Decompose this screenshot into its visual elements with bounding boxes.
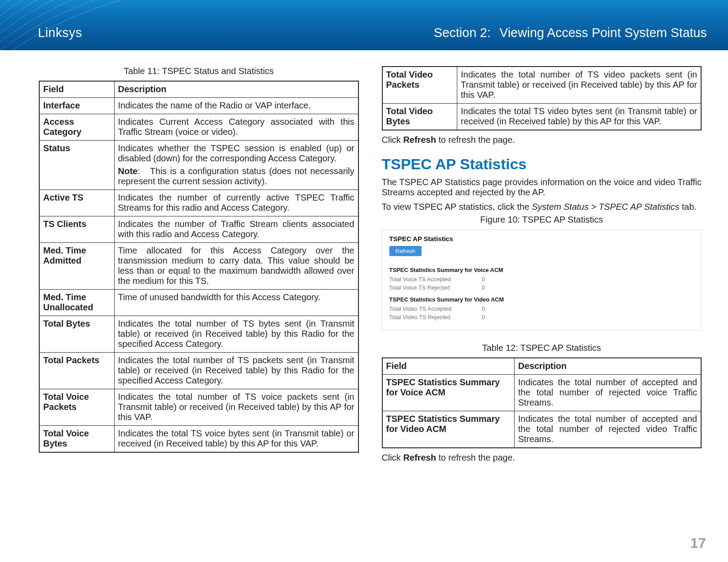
intro2-post: tab.	[679, 202, 697, 212]
refresh-bold: Refresh	[403, 135, 436, 145]
t11-field: Active TS	[39, 190, 114, 216]
t11-field: Med. Time Unallocated	[39, 290, 114, 316]
table12-head-field: Field	[382, 358, 515, 375]
t11-field: Total Packets	[39, 353, 114, 389]
t11-desc: Indicates the total number of TS voice p…	[114, 389, 358, 426]
t11-desc: Indicates the total number of TS bytes s…	[114, 316, 358, 353]
shot-val: 0	[482, 276, 485, 283]
t11c-desc: Indicates the total number of TS video p…	[457, 67, 702, 104]
table12-caption: Table 12: TSPEC AP Statistics	[382, 343, 702, 353]
t11-field: Status	[39, 141, 114, 190]
t11-desc: Indicates Current Access Category associ…	[114, 114, 358, 141]
t11-desc: Indicates the number of currently active…	[114, 190, 358, 216]
shot-val: 0	[482, 284, 485, 291]
refresh-instruction-1: Click Refresh to refresh the page.	[382, 135, 702, 145]
t11-field: Total Bytes	[39, 316, 114, 353]
right-column: Total Video Packets Indicates the total …	[382, 66, 702, 531]
t11-desc: Indicates the number of Traffic Stream c…	[114, 216, 358, 243]
t11-desc: Indicates the total number of TS packets…	[114, 353, 358, 389]
table11-caption: Table 11: TSPEC Status and Statistics	[39, 66, 359, 76]
shot-row: Total Video TS Rejected0	[389, 314, 694, 320]
refresh-post: to refresh the page.	[436, 135, 515, 145]
table11-continued: Total Video Packets Indicates the total …	[382, 66, 702, 130]
refresh-bold: Refresh	[403, 453, 436, 462]
t11-desc: Time allocated for this Access Category …	[114, 243, 358, 290]
shot-sub-video: TSPEC Statistics Summary for Video ACM	[389, 296, 694, 303]
table11-head-field: Field	[39, 81, 114, 98]
t11-desc: Indicates whether the TSPEC session is e…	[114, 141, 358, 190]
table-row: Med. Time Admitted Time allocated for th…	[39, 243, 358, 290]
t11c-field: Total Video Bytes	[382, 104, 457, 130]
shot-val: 0	[482, 305, 485, 312]
table11-head-desc: Description	[114, 81, 358, 98]
table-row: Total Packets Indicates the total number…	[39, 353, 358, 389]
shot-key: Total Video TS Rejected	[389, 314, 464, 320]
t11-desc-text: Indicates whether the TSPEC session is e…	[118, 143, 355, 163]
t12-desc: Indicates the total number of accepted a…	[515, 411, 702, 448]
shot-refresh-button: Refresh	[389, 246, 422, 256]
intro-paragraph-2: To view TSPEC AP statistics, click the S…	[382, 202, 702, 212]
table-row: Access Category Indicates Current Access…	[39, 114, 358, 141]
table-row: Active TS Indicates the number of curren…	[39, 190, 358, 216]
intro2-italic: System Status > TSPEC AP Statistics	[532, 202, 679, 212]
note-text: This is a configuration status (does not…	[118, 166, 355, 186]
table12-head-desc: Description	[515, 358, 702, 375]
refresh-pre: Click	[382, 135, 403, 145]
heading-tspec-ap-statistics: TSPEC AP Statistics	[382, 156, 702, 173]
shot-row: Total Voice TS Accepted0	[389, 276, 694, 283]
refresh-pre: Click	[382, 453, 403, 462]
left-column: Table 11: TSPEC Status and Statistics Fi…	[39, 66, 359, 531]
figure10-caption: Figure 10: TSPEC AP Statistics	[382, 215, 702, 225]
table-row: TSPEC Statistics Summary for Voice ACM I…	[382, 375, 702, 411]
shot-sub-voice: TSPEC Statistics Summary for Voice ACM	[389, 267, 694, 273]
table-row: Interface Indicates the name of the Radi…	[39, 98, 358, 114]
refresh-post: to refresh the page.	[436, 453, 515, 462]
table11: Field Description Interface Indicates th…	[39, 81, 359, 453]
note-label: Note	[118, 166, 138, 176]
shot-val: 0	[482, 314, 485, 320]
t12-desc: Indicates the total number of accepted a…	[515, 375, 702, 411]
table-row: Total Video Bytes Indicates the total TS…	[382, 104, 702, 130]
intro2-pre: To view TSPEC AP statistics, click the	[382, 202, 532, 212]
table-row: Total Bytes Indicates the total number o…	[39, 316, 358, 353]
shot-key: Total Voice TS Rejected	[389, 284, 464, 291]
shot-key: Total Video TS Accepted	[389, 305, 464, 312]
t11-field: Med. Time Admitted	[39, 243, 114, 290]
table-row: Total Voice Packets Indicates the total …	[39, 389, 358, 426]
section-text: Viewing Access Point System Status	[500, 26, 707, 40]
table-row: Med. Time Unallocated Time of unused ban…	[39, 290, 358, 316]
t12-field: TSPEC Statistics Summary for Voice ACM	[382, 375, 515, 411]
page-header: Linksys Section 2: Viewing Access Point …	[0, 0, 728, 50]
table-row: TSPEC Statistics Summary for Video ACM I…	[382, 411, 702, 448]
refresh-instruction-2: Click Refresh to refresh the page.	[382, 453, 702, 463]
intro-paragraph-1: The TSPEC AP Statistics page provides in…	[382, 177, 702, 197]
table-row: Status Indicates whether the TSPEC sessi…	[39, 141, 358, 190]
shot-key: Total Voice TS Accepted	[389, 276, 464, 283]
t11-field: Interface	[39, 98, 114, 114]
t11c-desc: Indicates the total TS video bytes sent …	[457, 104, 702, 130]
shot-row: Total Voice TS Rejected0	[389, 284, 694, 291]
table-row: Total Video Packets Indicates the total …	[382, 67, 702, 104]
t11c-field: Total Video Packets	[382, 67, 457, 104]
header-decoration	[0, 0, 728, 50]
header-section-title: Section 2: Viewing Access Point System S…	[434, 26, 707, 40]
t11-desc: Indicates the total TS voice bytes sent …	[114, 426, 358, 453]
brand-logo-text: Linksys	[38, 26, 82, 40]
table-row: Total Voice Bytes Indicates the total TS…	[39, 426, 358, 453]
content-columns: Table 11: TSPEC Status and Statistics Fi…	[39, 66, 702, 531]
t11-field: Total Voice Bytes	[39, 426, 114, 453]
section-label: Section 2:	[434, 26, 491, 40]
page-number: 17	[690, 535, 706, 551]
page: Linksys Section 2: Viewing Access Point …	[0, 0, 728, 562]
figure10-screenshot: TSPEC AP Statistics Refresh TSPEC Statis…	[382, 229, 702, 331]
table-row: TS Clients Indicates the number of Traff…	[39, 216, 358, 243]
shot-title: TSPEC AP Statistics	[389, 235, 694, 242]
t12-field: TSPEC Statistics Summary for Video ACM	[382, 411, 515, 448]
t11-desc: Indicates the name of the Radio or VAP i…	[114, 98, 358, 114]
t11-field: Access Category	[39, 114, 114, 141]
t11-field: Total Voice Packets	[39, 389, 114, 426]
t11-field: TS Clients	[39, 216, 114, 243]
shot-row: Total Video TS Accepted0	[389, 305, 694, 312]
table12: Field Description TSPEC Statistics Summa…	[382, 357, 702, 448]
t11-desc: Time of unused bandwidth for this Access…	[114, 290, 358, 316]
